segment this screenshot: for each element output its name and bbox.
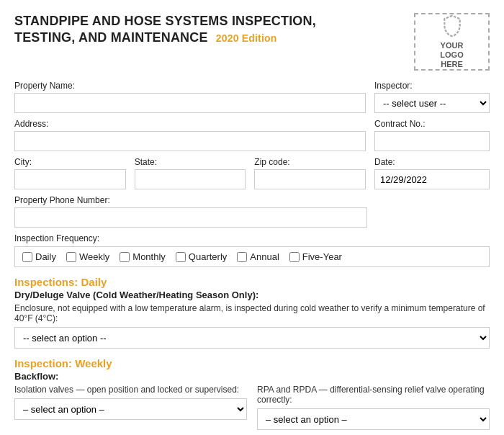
rpa-col: RPA and RPDA — differential-sensing reli…	[257, 385, 490, 430]
state-label: State:	[135, 157, 246, 167]
freq-option-daily[interactable]: Daily	[22, 251, 56, 262]
contract-group: Contract No.:	[374, 119, 490, 151]
isolation-col: Isolation valves — open position and loc…	[14, 385, 247, 430]
freq-checkbox-weekly[interactable]	[66, 252, 76, 262]
state-input[interactable]	[135, 169, 246, 189]
city-label: City:	[14, 157, 126, 167]
weekly-sub: Backflow:	[14, 371, 490, 382]
daily-desc: Enclosure, not equipped with a low tempe…	[14, 303, 490, 323]
weekly-heading: Inspection: Weekly	[14, 357, 490, 369]
logo-text: YOURLOGOHERE	[440, 41, 463, 70]
page-header: STANDPIPE AND HOSE SYSTEMS INSPECTION, T…	[14, 13, 490, 71]
freq-checkbox-quarterly[interactable]	[176, 252, 186, 262]
freq-option-quarterly[interactable]: Quarterly	[176, 251, 227, 262]
state-group: State:	[135, 157, 246, 189]
zip-label: Zip code:	[254, 157, 366, 167]
date-input[interactable]	[374, 169, 490, 189]
freq-checkbox-daily[interactable]	[22, 252, 32, 262]
weekly-section: Inspection: Weekly Backflow: Isolation v…	[14, 357, 490, 430]
freq-option-annual[interactable]: Annual	[237, 251, 279, 262]
inspector-label: Inspector:	[374, 81, 490, 91]
inspection-freq-section: Inspection Frequency: Daily Weekly Month…	[14, 233, 490, 267]
freq-option-monthly[interactable]: Monthly	[120, 251, 166, 262]
phone-group: Property Phone Number:	[14, 195, 367, 228]
row-address-contract: Address: Contract No.:	[14, 119, 490, 151]
title-block: STANDPIPE AND HOSE SYSTEMS INSPECTION, T…	[14, 13, 316, 45]
row-phone: Property Phone Number:	[14, 195, 490, 228]
freq-checkbox-fiveyear[interactable]	[289, 252, 300, 262]
freq-option-fiveyear[interactable]: Five-Year	[289, 251, 342, 262]
daily-sub: Dry/Deluge Valve (Cold Weather/Heating S…	[14, 290, 490, 300]
freq-option-weekly[interactable]: Weekly	[66, 251, 109, 262]
daily-select[interactable]: -- select an option --	[14, 327, 490, 349]
rpa-select[interactable]: – select an option –	[257, 408, 490, 430]
row-property-inspector: Property Name: Inspector: -- select user…	[14, 81, 490, 113]
rpa-label: RPA and RPDA — differential-sensing reli…	[257, 385, 490, 405]
daily-section: Inspections: Daily Dry/Deluge Valve (Col…	[14, 276, 490, 349]
phone-label: Property Phone Number:	[14, 195, 367, 205]
edition-label: 2020 Edition	[216, 32, 277, 44]
isolation-select[interactable]: – select an option –	[14, 398, 247, 420]
date-label: Date:	[374, 157, 490, 167]
inspector-group: Inspector: -- select user --	[374, 81, 490, 113]
weekly-two-col: Isolation valves — open position and loc…	[14, 385, 490, 430]
daily-heading: Inspections: Daily	[14, 276, 490, 288]
property-name-label: Property Name:	[14, 81, 366, 91]
property-name-input[interactable]	[14, 93, 366, 113]
page-title: STANDPIPE AND HOSE SYSTEMS INSPECTION, T…	[14, 13, 316, 45]
freq-options-container: Daily Weekly Monthly Quarterly Annual Fi…	[14, 246, 490, 267]
city-input[interactable]	[14, 169, 126, 189]
address-input[interactable]	[14, 131, 366, 151]
logo-placeholder: YOURLOGOHERE	[414, 13, 490, 71]
phone-input[interactable]	[14, 207, 367, 228]
freq-label: Inspection Frequency:	[14, 233, 490, 243]
isolation-label: Isolation valves — open position and loc…	[14, 385, 247, 395]
property-name-group: Property Name:	[14, 81, 366, 113]
zip-input[interactable]	[254, 169, 366, 189]
inspector-select[interactable]: -- select user --	[374, 93, 490, 113]
shield-icon	[441, 14, 464, 41]
row-city-state-zip-date: City: State: Zip code: Date:	[14, 157, 490, 189]
address-group: Address:	[14, 119, 366, 151]
freq-checkbox-monthly[interactable]	[120, 252, 130, 262]
address-label: Address:	[14, 119, 366, 129]
contract-input[interactable]	[374, 131, 490, 151]
contract-label: Contract No.:	[374, 119, 490, 129]
zip-group: Zip code:	[254, 157, 366, 189]
city-group: City:	[14, 157, 126, 189]
date-group: Date:	[374, 157, 490, 189]
freq-checkbox-annual[interactable]	[237, 252, 247, 262]
